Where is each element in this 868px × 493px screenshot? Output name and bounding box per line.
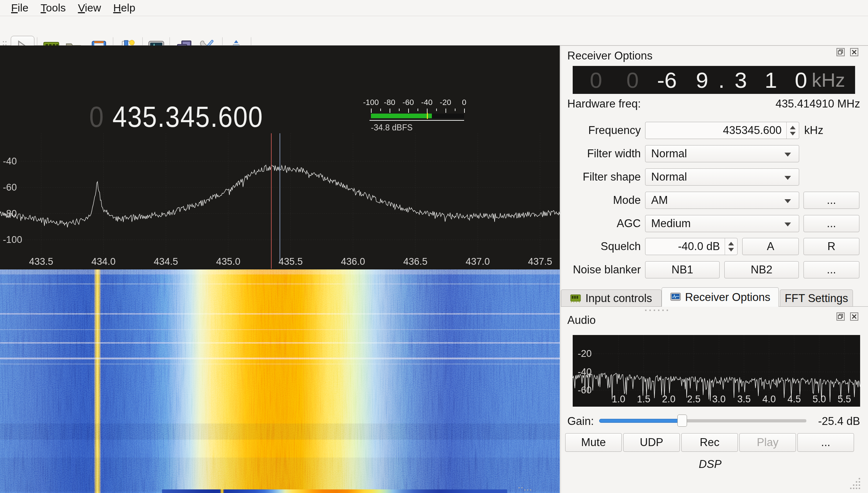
spin-up-icon[interactable] <box>728 239 734 245</box>
meter-squelch-marker <box>427 113 428 119</box>
rf-x-tick: 435.0 <box>216 256 240 267</box>
tab-input-controls[interactable]: Input controls <box>561 289 662 307</box>
dock-resize-handle[interactable] <box>645 310 668 311</box>
tab-label: Receiver Options <box>685 291 771 304</box>
lcd-dim-digit: 0 <box>586 67 606 93</box>
frequency-readout[interactable]: 0 435.345.600 <box>89 100 263 134</box>
audio-y-tick: -40 <box>578 367 592 378</box>
chip-icon <box>570 294 581 303</box>
dsp-label: DSP <box>561 458 859 471</box>
menu-tools[interactable]: Tools <box>34 2 72 14</box>
meter-tick-label: -100 <box>363 98 379 107</box>
squelch-value: -40.0 dB <box>678 240 720 253</box>
play-button[interactable]: Play <box>739 433 796 452</box>
signal-strength-meter: -100 -80 -60 -40 -20 0 -34.8 dBFS <box>368 98 466 132</box>
squelch-label: Squelch <box>561 238 641 255</box>
menu-view[interactable]: View <box>72 2 107 14</box>
waterfall-striation <box>0 269 560 493</box>
noise-blanker-label: Noise blanker <box>561 261 641 278</box>
rf-x-tick: 436.0 <box>341 256 365 267</box>
tab-fft-settings[interactable]: FFT Settings <box>780 289 853 307</box>
rec-button[interactable]: Rec <box>681 433 738 452</box>
mute-button[interactable]: Mute <box>565 433 622 452</box>
close-dock-button[interactable] <box>850 48 858 56</box>
mode-options-button[interactable]: ... <box>803 192 859 209</box>
audio-x-tick: 2.0 <box>662 394 676 405</box>
strip-grip <box>519 487 533 492</box>
meter-value-label: -34.8 dBFS <box>371 123 412 133</box>
filter-width-label: Filter width <box>561 145 641 162</box>
lcd-digit: 9 <box>692 67 712 93</box>
squelch-spinbox[interactable]: -40.0 dB <box>645 238 738 255</box>
meter-tick-label: -20 <box>440 98 451 107</box>
float-icon <box>836 48 845 56</box>
filter-shape-combo[interactable]: Normal <box>645 168 799 186</box>
rf-y-tick: -40 <box>3 156 17 167</box>
nb1-button[interactable]: NB1 <box>645 261 720 278</box>
float-audio-button[interactable] <box>836 312 845 321</box>
waterfall-display[interactable] <box>0 269 560 493</box>
nb-options-button[interactable]: ... <box>803 261 859 278</box>
nb2-button[interactable]: NB2 <box>724 261 799 278</box>
agc-options-button[interactable]: ... <box>803 215 859 232</box>
tab-label: FFT Settings <box>785 292 848 305</box>
background-waterfall-strip <box>162 489 507 493</box>
frequency-digits: 435.345.600 <box>113 100 263 134</box>
mode-value: AM <box>651 194 668 207</box>
spin-arrows[interactable] <box>725 238 737 255</box>
audio-x-tick: 4.0 <box>762 394 776 405</box>
lcd-digit: 0 <box>791 67 811 93</box>
spin-down-icon[interactable] <box>728 248 734 254</box>
spin-down-icon[interactable] <box>790 132 796 138</box>
rf-x-tick: 436.5 <box>403 256 428 267</box>
tab-receiver-options[interactable]: Receiver Options <box>662 287 779 307</box>
frequency-value: 435345.600 <box>723 124 782 137</box>
gain-slider-handle[interactable] <box>677 415 687 427</box>
close-audio-button[interactable] <box>850 312 858 321</box>
window-resize-grip[interactable] <box>850 478 861 489</box>
squelch-reset-button[interactable]: R <box>803 238 859 255</box>
mode-label: Mode <box>561 192 641 209</box>
float-dock-button[interactable] <box>836 48 845 56</box>
audio-x-tick: 3.0 <box>712 394 726 405</box>
center-frequency-marker <box>280 133 280 262</box>
filter-width-value: Normal <box>651 147 687 160</box>
udp-button[interactable]: UDP <box>623 433 680 452</box>
menu-help[interactable]: Help <box>107 2 142 14</box>
frequency-spinbox[interactable]: 435345.600 <box>645 122 799 139</box>
meter-level-bar <box>371 114 432 118</box>
meter-baseline <box>369 120 464 121</box>
menu-file[interactable]: File <box>5 2 34 14</box>
gqrx-window: File Tools View Help <box>0 0 868 493</box>
audio-spectrum-display[interactable]: -20 -40 -60 1.01.52.02.53.03.54.04.55.05… <box>573 335 860 407</box>
toolbar <box>0 16 868 46</box>
audio-x-tick: 2.5 <box>687 394 701 405</box>
tuning-line-marker[interactable] <box>271 133 272 269</box>
filter-shape-label: Filter shape <box>561 168 641 186</box>
spin-up-icon[interactable] <box>790 123 796 129</box>
audio-options-button[interactable]: ... <box>797 433 854 452</box>
rf-x-tick: 434.5 <box>154 256 178 267</box>
meter-tick-label: -80 <box>384 98 395 107</box>
rf-y-tick: -100 <box>3 234 22 245</box>
frequency-label: Frequency <box>561 122 641 139</box>
float-icon <box>836 312 845 321</box>
lcd-digit: 3 <box>730 67 751 93</box>
mode-combo[interactable]: AM <box>645 192 799 209</box>
spin-arrows[interactable] <box>786 122 799 139</box>
agc-combo[interactable]: Medium <box>645 215 799 232</box>
audio-x-tick: 5.5 <box>838 394 851 405</box>
audio-x-tick: 3.5 <box>737 394 751 405</box>
audio-y-tick: -20 <box>578 348 592 359</box>
spectrum-panel: 0 435.345.600 -100 -80 -60 -40 -20 0 -34… <box>0 46 560 472</box>
squelch-auto-button[interactable]: A <box>742 238 799 255</box>
channel-offset-lcd[interactable]: 0 0 -6 9 . 3 1 0 kHz <box>573 66 855 94</box>
rf-x-tick: 435.5 <box>278 256 303 267</box>
filter-width-combo[interactable]: Normal <box>645 145 799 162</box>
agc-label: AGC <box>561 215 641 232</box>
close-icon <box>850 312 858 321</box>
tab-label: Input controls <box>585 292 652 305</box>
lcd-digit: -6 <box>652 67 682 93</box>
audio-x-tick: 4.5 <box>787 394 801 405</box>
rf-x-tick: 437.5 <box>528 256 552 267</box>
